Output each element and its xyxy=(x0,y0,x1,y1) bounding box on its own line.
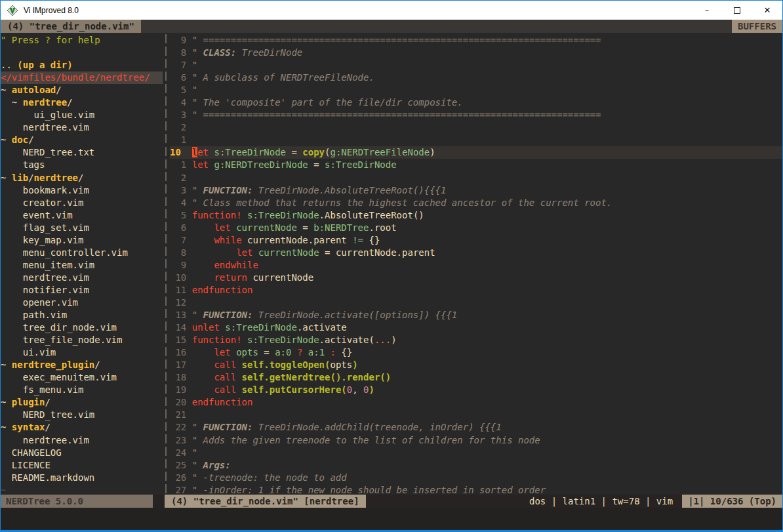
tree-item[interactable]: </vimfiles/bundle/nerdtree/ xyxy=(1,72,163,84)
tree-item[interactable]: " Press ? for help xyxy=(1,34,163,47)
code-line[interactable]: 12 xyxy=(170,297,782,309)
tree-item[interactable]: ~ doc/ xyxy=(1,134,163,146)
code-line[interactable]: 7 " xyxy=(170,59,782,72)
tree-item[interactable]: ~ nerdtree/ xyxy=(1,96,163,109)
tree-item[interactable]: key_map.vim xyxy=(1,234,163,247)
code-line[interactable]: 10 let s:TreeDirNode = copy(g:NERDTreeFi… xyxy=(170,146,782,159)
tree-item[interactable]: tree_file_node.vim xyxy=(1,334,163,346)
code-line[interactable]: 5 function! s:TreeDirNode.AbsoluteTreeRo… xyxy=(170,209,782,222)
code-line[interactable]: 17 call self.toggleOpen(opts) xyxy=(170,359,782,371)
code-line[interactable]: 13 " FUNCTION: TreeDirNode.activate([opt… xyxy=(170,309,782,321)
line-number: 22 xyxy=(170,422,192,432)
tree-item[interactable]: path.vim xyxy=(1,309,163,321)
tree-item[interactable]: NERD_tree.vim xyxy=(1,409,163,421)
code-line[interactable]: 11 endfunction xyxy=(170,284,782,297)
code-line[interactable]: 3 " ====================================… xyxy=(170,109,782,121)
tree-item[interactable]: event.vim xyxy=(1,209,163,222)
syntax-token: / xyxy=(56,85,61,95)
tree-item[interactable]: ~ xyxy=(1,484,163,495)
tab-buffers[interactable]: BUFFERS xyxy=(732,20,782,33)
code-line[interactable]: 6 let currentNode = b:NERDTree.root xyxy=(170,222,782,234)
tree-item[interactable]: opener.vim xyxy=(1,297,163,309)
tab-active-file[interactable]: (4) "tree_dir_node.vim" xyxy=(1,20,141,33)
code-line[interactable]: 2 xyxy=(170,172,782,184)
line-number: 10 xyxy=(170,147,192,157)
nerdtree-pane[interactable]: " Press ? for help.. (up a dir)</vimfile… xyxy=(1,33,163,495)
tree-item[interactable]: menu_controller.vim xyxy=(1,247,163,259)
tree-item[interactable]: menu_item.vim xyxy=(1,259,163,272)
line-number: 1 xyxy=(170,159,192,170)
tree-item[interactable]: ~ syntax/ xyxy=(1,421,163,434)
code-line[interactable]: 1 xyxy=(170,134,782,146)
maximize-button[interactable] xyxy=(722,1,752,20)
code-line[interactable]: 9 " ====================================… xyxy=(170,34,782,47)
tree-item[interactable]: LICENCE xyxy=(1,459,163,472)
syntax-token: opts xyxy=(236,347,258,358)
editor-pane[interactable]: 9 " ====================================… xyxy=(170,33,782,495)
syntax-token: b:NERDTree xyxy=(313,222,369,233)
code-line[interactable]: 2 xyxy=(170,121,782,134)
tree-item[interactable]: nerdtree.vim xyxy=(1,121,163,134)
code-line[interactable]: 5 " xyxy=(170,84,782,96)
code-line[interactable]: 10 return currentNode xyxy=(170,272,782,284)
syntax-token: tree_file_node.vim xyxy=(1,335,122,345)
code-line[interactable]: 15 function! s:TreeDirNode.activate(...) xyxy=(170,334,782,346)
tree-item[interactable]: notifier.vim xyxy=(1,284,163,297)
vertical-split-handle[interactable] xyxy=(163,33,170,495)
code-line[interactable]: 24 " xyxy=(170,447,782,459)
tree-item[interactable] xyxy=(1,47,163,59)
tree-item[interactable]: NERD_tree.txt xyxy=(1,146,163,159)
close-button[interactable]: ✕ xyxy=(752,1,782,20)
command-line[interactable] xyxy=(1,508,782,529)
code-line[interactable]: 14 unlet s:TreeDirNode.activate xyxy=(170,321,782,334)
tree-item[interactable]: ui_glue.vim xyxy=(1,109,163,121)
tree-item[interactable]: fs_menu.vim xyxy=(1,384,163,396)
code-line[interactable]: 6 " A subclass of NERDTreeFileNode. xyxy=(170,72,782,84)
code-line[interactable]: 25 " Args: xyxy=(170,459,782,472)
syntax-token: render() xyxy=(347,372,391,382)
code-line[interactable]: 9 endwhile xyxy=(170,259,782,272)
tree-item[interactable]: creator.vim xyxy=(1,197,163,209)
code-line[interactable]: 26 " -treenode: the node to add xyxy=(170,472,782,484)
line-number: 26 xyxy=(170,472,192,483)
syntax-token xyxy=(192,372,214,382)
syntax-token: self.putCursorHere( xyxy=(242,384,347,395)
tree-item[interactable]: bookmark.vim xyxy=(1,184,163,197)
tree-item[interactable]: flag_set.vim xyxy=(1,222,163,234)
code-line[interactable]: 4 " Class method that returns the highes… xyxy=(170,197,782,209)
syntax-token: bookmark.vim xyxy=(1,185,89,195)
tree-item[interactable]: tree_dir_node.vim xyxy=(1,321,163,334)
code-line[interactable]: 18 call self.getNerdtree().render() xyxy=(170,371,782,384)
tree-item[interactable]: ~ plugin/ xyxy=(1,396,163,409)
code-line[interactable]: 4 " The 'composite' part of the file/dir… xyxy=(170,96,782,109)
code-line[interactable]: 8 let currentNode = currentNode.parent xyxy=(170,247,782,259)
tree-item[interactable]: ~ nerdtree_plugin/ xyxy=(1,359,163,371)
code-line[interactable]: 16 let opts = a:0 ? a:1 : {} xyxy=(170,346,782,359)
tree-item[interactable]: nerdtree.vim xyxy=(1,272,163,284)
syntax-token: g:NERDTreeFileNode xyxy=(330,147,430,157)
code-line[interactable]: 3 " FUNCTION: TreeDirNode.AbsoluteTreeRo… xyxy=(170,184,782,197)
tree-item[interactable]: ui.vim xyxy=(1,346,163,359)
syntax-token: tree_dir_node.vim xyxy=(1,322,117,333)
tree-item[interactable]: ~ lib/nerdtree/ xyxy=(1,172,163,184)
tree-item[interactable]: exec_menuitem.vim xyxy=(1,371,163,384)
tree-item[interactable]: .. (up a dir) xyxy=(1,59,163,72)
code-line[interactable]: 22 " FUNCTION: TreeDirNode.addChild(tree… xyxy=(170,421,782,434)
code-line[interactable]: 20 endfunction xyxy=(170,396,782,409)
syntax-token: ~ xyxy=(1,173,12,183)
tree-item[interactable]: nerdtree.vim xyxy=(1,434,163,447)
syntax-token xyxy=(236,372,241,382)
code-line[interactable]: 23 " Adds the given treenode to the list… xyxy=(170,434,782,447)
tree-item[interactable]: README.markdown xyxy=(1,472,163,484)
tree-item[interactable]: tags xyxy=(1,159,163,171)
code-line[interactable]: 8 " CLASS: TreeDirNode xyxy=(170,47,782,59)
code-line[interactable]: 7 while currentNode.parent != {} xyxy=(170,234,782,247)
code-line[interactable]: 21 xyxy=(170,409,782,421)
tree-item[interactable]: CHANGELOG xyxy=(1,447,163,459)
code-line[interactable]: 27 " -inOrder: 1 if the new node should … xyxy=(170,484,782,495)
minimize-button[interactable]: – xyxy=(692,1,722,20)
code-line[interactable]: 19 call self.putCursorHere(0, 0) xyxy=(170,384,782,396)
code-line[interactable]: 1 let g:NERDTreeDirNode = s:TreeDirNode xyxy=(170,159,782,171)
tree-item[interactable]: ~ autoload/ xyxy=(1,84,163,96)
line-number: 27 xyxy=(170,485,192,495)
